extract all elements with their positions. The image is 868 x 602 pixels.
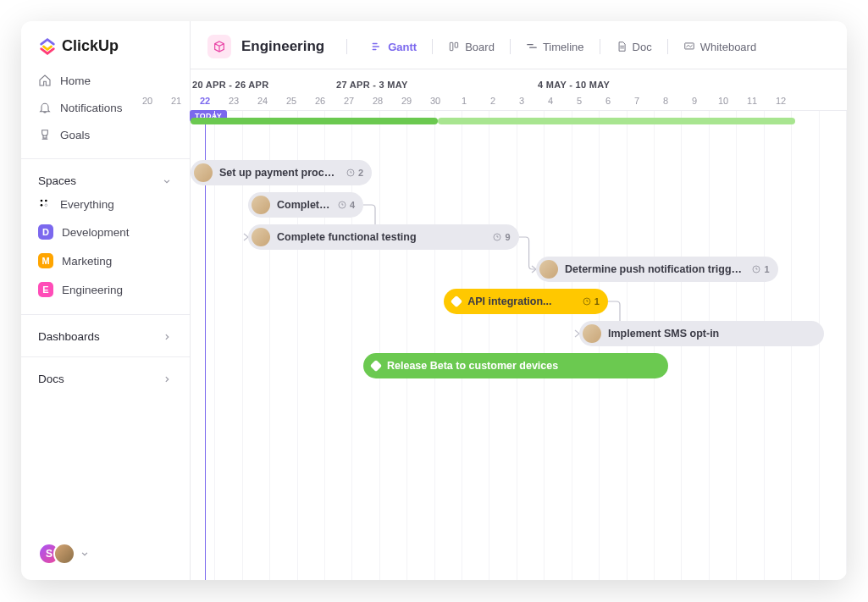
- tab-label: Doc: [633, 41, 652, 53]
- divider: [21, 158, 190, 159]
- trophy-icon: [38, 128, 52, 141]
- spaces-heading[interactable]: Spaces: [21, 169, 190, 191]
- gantt-task-bar[interactable]: Complete functional testing9: [248, 224, 519, 250]
- subtask-count: 1: [751, 264, 769, 274]
- avatar: [252, 196, 270, 214]
- day-label: 29: [392, 91, 421, 110]
- space-label: Everything: [60, 198, 114, 211]
- brand-logo[interactable]: ClickUp: [21, 21, 190, 67]
- tab-whiteboard[interactable]: Whiteboard: [675, 36, 765, 58]
- timeline-header: 20 APR - 26 APR27 APR - 3 MAY4 MAY - 10 …: [191, 69, 847, 111]
- subtask-count: 4: [337, 200, 355, 210]
- gantt-task-bar[interactable]: API integration...1: [444, 289, 608, 314]
- subtask-icon: [582, 296, 592, 307]
- subtask-icon: [337, 200, 347, 210]
- divider: [432, 39, 433, 54]
- gantt-chart[interactable]: Set up payment processing2Complete funct…: [191, 111, 847, 580]
- divider: [510, 39, 511, 54]
- gantt-task-bar[interactable]: Complete functio...4: [248, 192, 363, 218]
- avatar: [53, 543, 75, 565]
- task-label: Implement SMS opt-in: [608, 328, 719, 340]
- tab-label: Whiteboard: [700, 41, 756, 53]
- tab-doc[interactable]: Doc: [607, 36, 661, 58]
- space-label: Engineering: [62, 284, 123, 296]
- task-label: Set up payment processing: [219, 167, 339, 179]
- day-label: 1: [450, 91, 478, 110]
- divider: [21, 356, 190, 357]
- tab-gantt[interactable]: Gantt: [362, 36, 425, 58]
- gantt-task-bar[interactable]: Implement SMS opt-in: [579, 321, 824, 346]
- svg-point-0: [41, 200, 43, 202]
- day-label: 11: [738, 91, 766, 110]
- space-label: Marketing: [62, 255, 112, 268]
- gantt-icon: [371, 41, 383, 52]
- whiteboard-icon: [683, 41, 695, 52]
- day-label: 28: [363, 91, 392, 110]
- day-row: 2021222324252627282930123456789101112: [191, 91, 847, 110]
- svg-rect-5: [455, 42, 458, 47]
- gantt-task-bar[interactable]: Determine push notification triggers1: [536, 257, 778, 282]
- week-row: 20 APR - 26 APR27 APR - 3 MAY4 MAY - 10 …: [191, 69, 847, 91]
- brand-name: ClickUp: [62, 37, 119, 55]
- day-label: 7: [622, 91, 651, 110]
- divider: [667, 39, 668, 54]
- space-badge: M: [38, 253, 53, 268]
- sidebar-item-marketing[interactable]: M Marketing: [21, 246, 190, 275]
- svg-point-1: [45, 200, 47, 202]
- tab-timeline[interactable]: Timeline: [517, 36, 593, 58]
- day-label: 2: [478, 91, 507, 110]
- tab-label: Gantt: [388, 41, 417, 53]
- divider: [600, 39, 600, 54]
- day-label: 20: [133, 91, 162, 110]
- task-label: Determine push notification triggers: [565, 263, 744, 275]
- space-avatar[interactable]: [207, 35, 231, 58]
- view-tabs: Gantt Board Timeline Doc: [362, 36, 765, 58]
- task-label: API integration...: [467, 295, 551, 307]
- milestone-diamond-icon: [370, 360, 382, 372]
- day-label: 27: [334, 91, 363, 110]
- gantt-task-bar[interactable]: Release Beta to customer devices: [363, 353, 668, 378]
- progress-bar: [191, 118, 438, 124]
- main-content: Engineering Gantt Board Timeline: [191, 21, 847, 580]
- divider: [346, 39, 347, 54]
- board-icon: [448, 41, 460, 52]
- home-icon: [38, 74, 52, 87]
- day-label: 5: [565, 91, 594, 110]
- week-label: 27 APR - 3 MAY: [334, 69, 536, 91]
- space-badge: E: [38, 282, 53, 297]
- task-label: Release Beta to customer devices: [387, 360, 558, 372]
- nav-label: Home: [60, 75, 91, 87]
- subtask-count: 2: [346, 168, 363, 178]
- day-label: 23: [219, 91, 248, 110]
- tab-board[interactable]: Board: [440, 36, 503, 58]
- gantt-task-bar[interactable]: Set up payment processing2: [191, 160, 372, 185]
- sidebar-item-everything[interactable]: Everything: [21, 191, 190, 218]
- nav-label: Goals: [60, 129, 90, 141]
- spaces-heading-label: Spaces: [38, 174, 76, 187]
- day-label: 25: [277, 91, 306, 110]
- avatar: [583, 324, 601, 343]
- day-label: 3: [507, 91, 536, 110]
- sidebar-item-development[interactable]: D Development: [21, 218, 190, 246]
- nav-label: Notifications: [60, 102, 123, 114]
- subtask-count: 1: [582, 296, 600, 307]
- page-title: Engineering: [241, 38, 324, 55]
- subtask-icon: [751, 264, 761, 274]
- tab-label: Timeline: [543, 41, 584, 53]
- task-label: Complete functio...: [277, 199, 330, 211]
- user-avatars[interactable]: S: [21, 527, 190, 580]
- svg-rect-4: [451, 42, 454, 50]
- doc-icon: [616, 41, 628, 52]
- dashboards-label: Dashboards: [38, 330, 100, 343]
- avatar: [252, 228, 270, 246]
- subtask-icon: [492, 232, 502, 242]
- dashboards-link[interactable]: Dashboards: [21, 325, 190, 346]
- milestone-diamond-icon: [451, 295, 462, 307]
- day-label: 8: [651, 91, 680, 110]
- chevron-right-icon: [161, 373, 173, 385]
- day-label: 22: [191, 91, 219, 110]
- docs-link[interactable]: Docs: [21, 367, 190, 389]
- subtask-icon: [346, 168, 356, 178]
- sidebar-item-engineering[interactable]: E Engineering: [21, 275, 190, 304]
- sidebar-nav-goals[interactable]: Goals: [31, 121, 180, 148]
